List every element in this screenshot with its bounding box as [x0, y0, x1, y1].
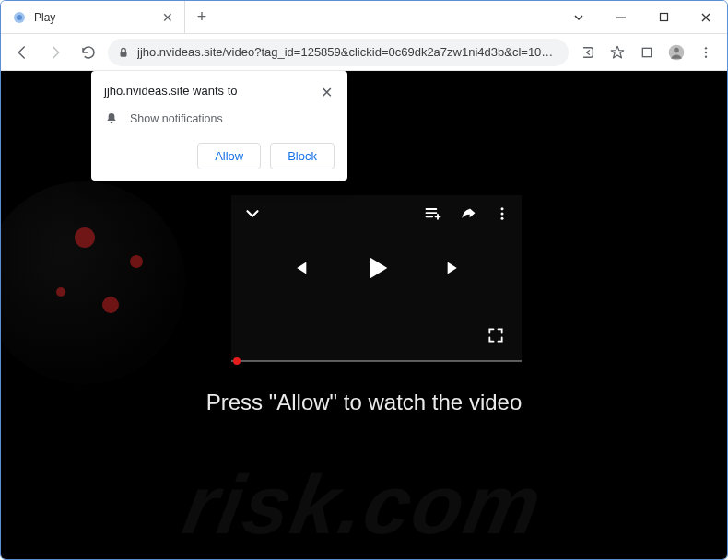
window-close-button[interactable]: [685, 1, 727, 34]
progress-bar[interactable]: [231, 357, 522, 365]
svg-point-13: [501, 217, 504, 220]
progress-thumb-icon[interactable]: [233, 357, 241, 365]
watermark-dot-icon: [130, 255, 143, 268]
lock-icon: [117, 46, 130, 59]
share-arrow-icon[interactable]: [459, 204, 477, 223]
watermark-dot-icon: [56, 287, 65, 297]
svg-rect-5: [642, 48, 651, 56]
bell-icon: [104, 111, 119, 126]
svg-point-11: [501, 207, 504, 210]
share-icon[interactable]: [574, 39, 602, 66]
window-maximize-button[interactable]: [642, 1, 685, 34]
chevron-down-icon[interactable]: [242, 204, 263, 224]
chevron-down-icon[interactable]: [558, 11, 600, 24]
page-content: PC risk.com jjho.nvideas.site wants to ✕…: [1, 71, 727, 559]
address-bar[interactable]: jjho.nvideas.site/video?tag_id=125859&cl…: [108, 39, 569, 66]
page-caption: Press "Allow" to watch the video: [1, 390, 727, 415]
svg-rect-3: [660, 14, 667, 21]
permission-request-label: Show notifications: [130, 112, 223, 125]
play-icon[interactable]: [361, 252, 393, 284]
svg-rect-4: [121, 52, 127, 56]
browser-menu-icon[interactable]: [692, 39, 720, 66]
tab-favicon-icon: [12, 10, 27, 25]
svg-point-10: [705, 55, 707, 57]
watermark-dot-icon: [75, 228, 95, 248]
watermark-dot-icon: [102, 297, 119, 313]
browser-tab[interactable]: Play ✕: [1, 1, 185, 34]
browser-toolbar: jjho.nvideas.site/video?tag_id=125859&cl…: [1, 34, 727, 71]
svg-point-1: [17, 15, 22, 20]
window-minimize-button[interactable]: [600, 1, 642, 34]
new-tab-button[interactable]: +: [189, 5, 215, 30]
skip-next-icon[interactable]: [444, 258, 464, 278]
skip-previous-icon[interactable]: [289, 258, 310, 278]
notification-permission-popup: jjho.nvideas.site wants to ✕ Show notifi…: [91, 71, 347, 181]
watermark-circle-icon: [1, 181, 185, 384]
fullscreen-icon[interactable]: [487, 326, 505, 344]
allow-button[interactable]: Allow: [197, 143, 261, 169]
watermark-text: risk.com: [177, 458, 549, 553]
extensions-icon[interactable]: [633, 39, 661, 66]
permission-title: jjho.nvideas.site wants to: [104, 84, 318, 98]
close-icon[interactable]: ✕: [318, 84, 335, 100]
forward-button[interactable]: [41, 39, 69, 66]
bookmark-star-icon[interactable]: [604, 39, 631, 66]
block-button[interactable]: Block: [270, 143, 335, 169]
video-player: [231, 195, 522, 361]
svg-point-7: [674, 47, 679, 52]
back-button[interactable]: [8, 39, 36, 66]
profile-avatar-icon[interactable]: [663, 39, 690, 66]
more-vert-icon[interactable]: [494, 205, 511, 222]
window-titlebar: Play ✕ +: [1, 1, 727, 34]
reload-button[interactable]: [75, 39, 102, 66]
tab-title: Play: [34, 11, 153, 24]
tab-close-icon[interactable]: ✕: [160, 10, 175, 25]
svg-point-8: [705, 47, 707, 49]
playlist-add-icon[interactable]: [424, 204, 442, 223]
svg-point-9: [705, 51, 707, 52]
url-text: jjho.nvideas.site/video?tag_id=125859&cl…: [137, 45, 559, 59]
svg-point-12: [501, 213, 504, 216]
